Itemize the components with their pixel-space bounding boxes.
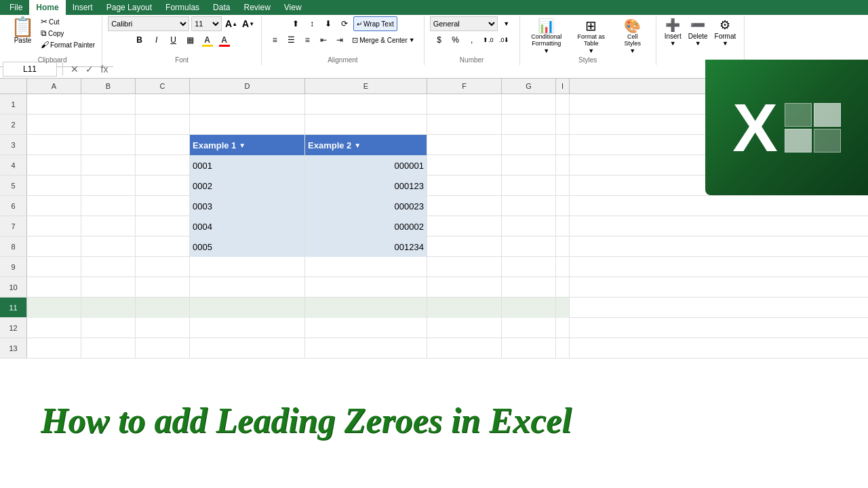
- cell-i3[interactable]: [556, 135, 570, 155]
- cell-d8[interactable]: 0005: [190, 237, 305, 257]
- cell-b10[interactable]: [81, 277, 136, 298]
- cell-b8[interactable]: [81, 237, 136, 257]
- example2-dropdown[interactable]: ▼: [354, 142, 361, 149]
- cell-c6[interactable]: [136, 196, 190, 216]
- cell-g7[interactable]: [502, 216, 556, 237]
- cell-g13[interactable]: [502, 338, 556, 359]
- align-right-button[interactable]: ≡: [300, 33, 315, 47]
- tab-review[interactable]: Review: [237, 0, 277, 15]
- cell-f3[interactable]: [427, 135, 502, 155]
- cell-f6[interactable]: [427, 196, 502, 216]
- cell-i2[interactable]: [556, 115, 570, 135]
- text-orientation-button[interactable]: ⟳: [337, 16, 352, 31]
- tab-view[interactable]: View: [277, 0, 309, 15]
- cell-b2[interactable]: [81, 115, 136, 135]
- cell-e7[interactable]: 000002: [305, 216, 427, 237]
- cell-f5[interactable]: [427, 176, 502, 196]
- conditional-formatting-button[interactable]: 📊 Conditional Formatting ▼: [526, 16, 568, 56]
- cell-g10[interactable]: [502, 277, 556, 298]
- cell-i7[interactable]: [556, 216, 570, 237]
- cell-e5[interactable]: 000123: [305, 176, 427, 196]
- cell-f11[interactable]: [427, 298, 502, 318]
- cell-a9[interactable]: [27, 257, 81, 277]
- cell-e10[interactable]: [305, 277, 427, 298]
- cell-f12[interactable]: [427, 318, 502, 338]
- cell-c1[interactable]: [136, 94, 190, 115]
- cell-a11[interactable]: [27, 298, 81, 318]
- cell-styles-button[interactable]: 🎨 Cell Styles ▼: [615, 16, 650, 56]
- cell-a12[interactable]: [27, 318, 81, 338]
- align-bottom-button[interactable]: ⬇: [321, 16, 336, 31]
- fill-color-button[interactable]: A: [200, 33, 215, 47]
- tab-formulas[interactable]: Formulas: [159, 0, 206, 15]
- row-header-10[interactable]: 10: [0, 277, 27, 297]
- row-header-9[interactable]: 9: [0, 257, 27, 277]
- underline-button[interactable]: U: [166, 33, 181, 47]
- cell-a4[interactable]: [27, 155, 81, 176]
- col-header-d[interactable]: D: [190, 79, 305, 94]
- currency-button[interactable]: $: [432, 33, 447, 47]
- cell-b9[interactable]: [81, 257, 136, 277]
- cell-d7[interactable]: 0004: [190, 216, 305, 237]
- cell-e4[interactable]: 000001: [305, 155, 427, 176]
- cell-i8[interactable]: [556, 237, 570, 257]
- row-header-7[interactable]: 7: [0, 216, 27, 236]
- cell-c9[interactable]: [136, 257, 190, 277]
- cell-e9[interactable]: [305, 257, 427, 277]
- function-icon[interactable]: fx: [98, 64, 111, 75]
- cell-c3[interactable]: [136, 135, 190, 155]
- cell-b12[interactable]: [81, 318, 136, 338]
- cell-i4[interactable]: [556, 155, 570, 176]
- tab-data[interactable]: Data: [206, 0, 237, 15]
- cut-button[interactable]: ✂ Cut: [39, 16, 96, 27]
- cell-g4[interactable]: [502, 155, 556, 176]
- number-format-select[interactable]: General: [430, 16, 498, 31]
- confirm-icon[interactable]: ✓: [83, 64, 96, 75]
- wrap-text-button[interactable]: ↵ Wrap Text: [353, 16, 397, 31]
- col-header-b[interactable]: B: [81, 79, 136, 94]
- cell-g12[interactable]: [502, 318, 556, 338]
- increase-font-button[interactable]: A▲: [224, 16, 239, 31]
- cell-f1[interactable]: [427, 94, 502, 115]
- select-all-button[interactable]: [0, 79, 27, 94]
- col-header-e[interactable]: E: [305, 79, 427, 94]
- row-header-3[interactable]: 3: [0, 135, 27, 155]
- row-header-2[interactable]: 2: [0, 115, 27, 134]
- cell-g5[interactable]: [502, 176, 556, 196]
- cell-b4[interactable]: [81, 155, 136, 176]
- cell-c10[interactable]: [136, 277, 190, 298]
- cell-b1[interactable]: [81, 94, 136, 115]
- tab-insert[interactable]: Insert: [66, 0, 100, 15]
- row-header-12[interactable]: 12: [0, 318, 27, 338]
- bold-button[interactable]: B: [132, 33, 147, 47]
- percent-button[interactable]: %: [448, 33, 463, 47]
- cell-f9[interactable]: [427, 257, 502, 277]
- cancel-icon[interactable]: ✕: [68, 64, 81, 75]
- example1-dropdown[interactable]: ▼: [239, 142, 245, 149]
- delete-button[interactable]: ➖ Delete ▼: [686, 16, 711, 48]
- cell-a10[interactable]: [27, 277, 81, 298]
- align-center-button[interactable]: ☰: [283, 33, 298, 47]
- format-button[interactable]: ⚙ Format ▼: [712, 16, 739, 48]
- format-as-table-button[interactable]: ⊞ Format as Table ▼: [570, 16, 612, 56]
- cell-d3[interactable]: Example 1 ▼: [190, 135, 305, 155]
- cell-f4[interactable]: [427, 155, 502, 176]
- cell-d9[interactable]: [190, 257, 305, 277]
- cell-d13[interactable]: [190, 338, 305, 359]
- row-header-8[interactable]: 8: [0, 237, 27, 256]
- cell-i10[interactable]: [556, 277, 570, 298]
- col-header-a[interactable]: A: [27, 79, 81, 94]
- cell-g3[interactable]: [502, 135, 556, 155]
- cell-f8[interactable]: [427, 237, 502, 257]
- row-header-4[interactable]: 4: [0, 155, 27, 175]
- comma-button[interactable]: ,: [465, 33, 479, 47]
- insert-button[interactable]: ➕ Insert ▼: [662, 16, 684, 48]
- number-expand-button[interactable]: ▼: [499, 16, 514, 31]
- cell-c12[interactable]: [136, 318, 190, 338]
- tab-page-layout[interactable]: Page Layout: [100, 0, 159, 15]
- cell-d10[interactable]: [190, 277, 305, 298]
- cell-a8[interactable]: [27, 237, 81, 257]
- align-middle-button[interactable]: ↕: [304, 16, 319, 31]
- row-header-5[interactable]: 5: [0, 176, 27, 195]
- cell-c7[interactable]: [136, 216, 190, 237]
